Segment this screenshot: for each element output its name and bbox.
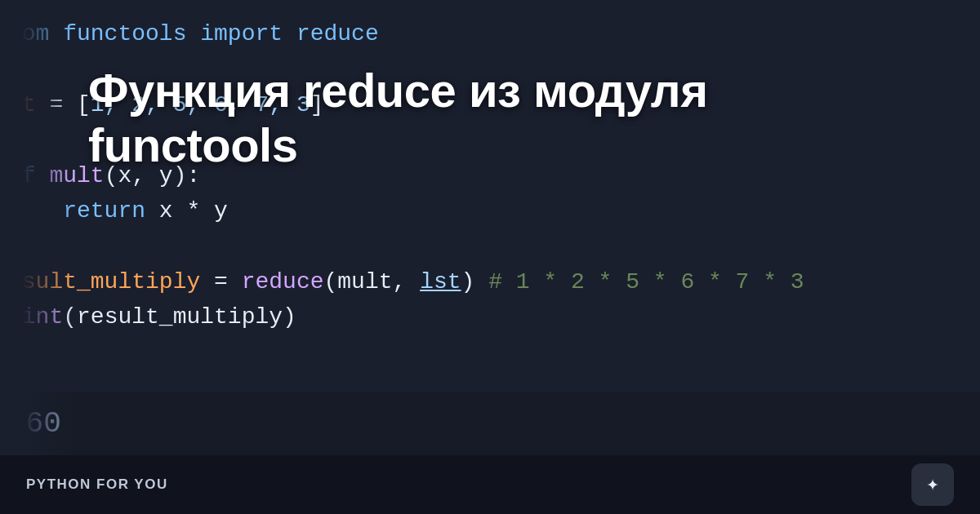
code-line-1: rom functools import reduce [0, 16, 980, 51]
output-value: 260 [8, 407, 61, 441]
title-card: Функция reduce из модуля functools [65, 49, 817, 190]
page-title: Функция reduce из модуля functools [88, 64, 794, 172]
code-line-8: esult_multiply = reduce(mult, lst) # 1 *… [0, 264, 980, 299]
brand-label: PYTHON FOR YOU [26, 476, 168, 493]
output-section: 260 [0, 392, 980, 455]
code-line-6: return x * y [0, 193, 980, 228]
code-line-9: rint(result_multiply) [0, 299, 980, 335]
star-glyph: ✦ [926, 474, 939, 495]
code-line-7 [0, 228, 980, 264]
star-button[interactable]: ✦ [911, 463, 954, 506]
bottom-bar: PYTHON FOR YOU ✦ [0, 455, 980, 514]
